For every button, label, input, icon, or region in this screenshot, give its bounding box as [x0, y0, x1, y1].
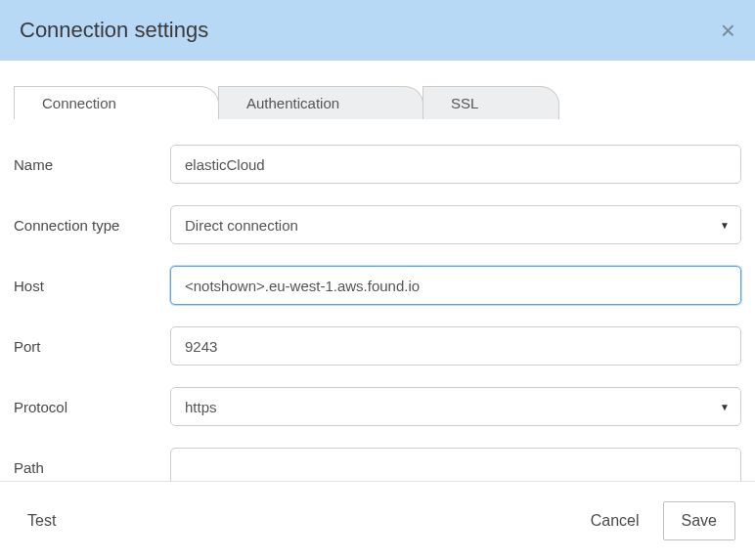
- save-button[interactable]: Save: [663, 501, 735, 540]
- host-field[interactable]: [170, 266, 741, 305]
- connection-type-select[interactable]: [170, 205, 741, 244]
- tab-connection[interactable]: Connection: [14, 86, 219, 119]
- label-port: Port: [14, 338, 170, 355]
- label-connection-type: Connection type: [14, 217, 170, 234]
- port-field[interactable]: [170, 326, 741, 366]
- label-name: Name: [14, 156, 170, 173]
- close-icon[interactable]: ×: [721, 18, 735, 43]
- tab-ssl[interactable]: SSL: [422, 86, 559, 119]
- form-body: Name Connection type ▼ Host Port Protoco…: [0, 119, 755, 526]
- row-protocol: Protocol ▼: [14, 387, 741, 426]
- modal-title: Connection settings: [20, 18, 208, 43]
- tabs: Connection Authentication SSL: [0, 86, 755, 119]
- row-connection-type: Connection type ▼: [14, 205, 741, 244]
- modal-footer: Test Cancel Save: [0, 481, 755, 560]
- label-path: Path: [14, 459, 170, 476]
- footer-right: Cancel Save: [591, 501, 735, 540]
- row-name: Name: [14, 145, 741, 184]
- row-host: Host: [14, 266, 741, 305]
- label-host: Host: [14, 278, 170, 294]
- tab-authentication[interactable]: Authentication: [218, 86, 423, 119]
- cancel-button[interactable]: Cancel: [591, 512, 640, 530]
- test-button[interactable]: Test: [27, 512, 56, 530]
- name-field[interactable]: [170, 145, 741, 184]
- protocol-select[interactable]: [170, 387, 741, 426]
- label-protocol: Protocol: [14, 399, 170, 415]
- modal-header: Connection settings ×: [0, 0, 755, 61]
- row-port: Port: [14, 326, 741, 366]
